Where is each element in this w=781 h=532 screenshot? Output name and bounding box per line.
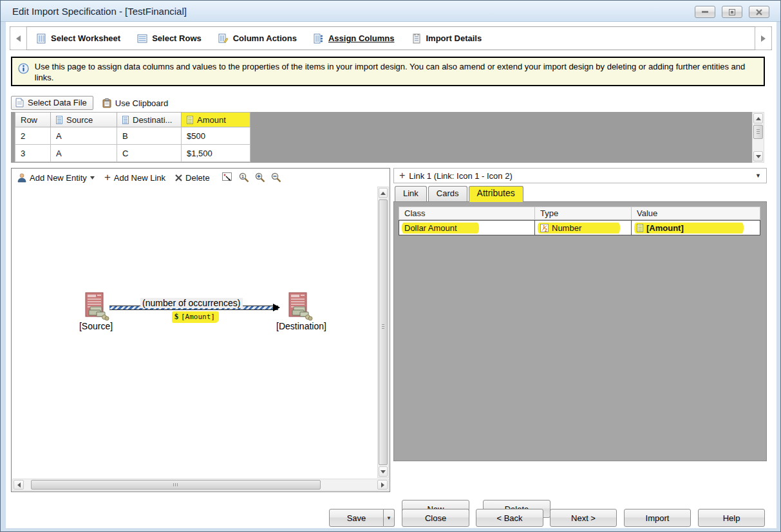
person-icon [17,173,26,183]
column-header-label: Row [21,115,37,125]
scroll-tabs-right-button[interactable] [755,26,772,50]
canvas-scrollbar-horizontal[interactable] [12,479,389,491]
attr-cell-class[interactable]: Dollar Amount [399,220,535,235]
column-header-amount-highlighted[interactable]: Amount [182,112,250,127]
tab-column-actions[interactable]: Column Actions [218,33,297,44]
zoom-out-icon[interactable] [271,172,282,183]
close-icon [756,9,762,15]
column-header-source[interactable]: Source [51,112,117,127]
fit-to-window-icon[interactable] [222,172,234,183]
maximize-icon [729,9,735,15]
design-canvas[interactable] [12,187,377,478]
column-icon [122,116,129,124]
destination-entity-label: [Destination] [269,321,334,331]
data-preview-table: Row Source Destinati... Amount 2 A B $50… [11,112,764,163]
svg-text:2: 2 [545,227,547,232]
column-header-destination[interactable]: Destinati... [117,112,182,127]
delete-x-icon [175,174,182,181]
attr-column-header-class[interactable]: Class [399,206,535,220]
close-button[interactable] [749,6,769,18]
scroll-thumb[interactable] [379,199,388,465]
edit-import-specification-dialog: Edit Import Specification - [TestFinanci… [0,0,781,532]
canvas-scrollbar-vertical[interactable] [377,187,389,478]
scroll-tabs-left-button[interactable] [10,26,27,50]
help-button[interactable]: Help [698,509,765,527]
maximize-button[interactable] [722,6,742,18]
source-entity-icon[interactable] [81,291,111,321]
select-data-file-button[interactable]: Select Data File [11,96,93,110]
tab-select-worksheet[interactable]: Select Worksheet [36,33,120,44]
design-toolbar: Add New Entity + Add New Link Delete 1 [12,169,390,187]
tab-select-rows[interactable]: Select Rows [137,33,202,44]
attr-column-header-value[interactable]: Value [632,206,760,220]
dollar-icon: $ [174,312,178,322]
tab-link[interactable]: Link [395,186,427,202]
minimize-button[interactable] [695,6,715,18]
scroll-up-button[interactable] [753,113,763,124]
arrow-down-icon [381,470,386,473]
chevron-down-icon [90,176,95,179]
info-icon [18,63,29,74]
tab-attributes-highlighted[interactable]: Attributes [469,186,523,202]
add-new-link-label: Add New Link [114,173,165,183]
column-header-label: Source [66,115,93,125]
tab-label: Import Details [426,33,482,43]
link-attribute-highlighted[interactable]: $ [Amount] [172,311,219,323]
scroll-left-button[interactable] [14,480,24,490]
tab-import-details[interactable]: Import Details [411,33,482,44]
tab-assign-columns[interactable]: Assign Columns [314,33,395,44]
chevron-left-icon [16,35,21,42]
scroll-down-button[interactable] [379,466,388,477]
table-scrollbar-vertical[interactable] [752,112,764,163]
next-button[interactable]: Next > [550,509,617,527]
attr-cell-value[interactable]: [Amount] [632,220,760,235]
data-file-icon [15,98,24,107]
clipboard-icon [102,98,111,108]
info-banner-text: Use this page to assign data columns and… [35,61,758,85]
add-new-link-button[interactable]: + Add New Link [104,173,165,183]
scroll-down-button[interactable] [753,151,763,161]
link-label[interactable]: (number of occurrences) [140,298,243,308]
zoom-in-icon[interactable] [255,172,266,183]
select-data-file-label: Select Data File [28,98,87,107]
title-bar: Edit Import Specification - [TestFinanci… [1,1,781,22]
scroll-thumb[interactable] [31,480,321,490]
column-header-row[interactable]: Row [15,112,51,127]
arrow-up-icon [756,117,761,120]
delete-button[interactable]: Delete [175,173,210,183]
back-button[interactable]: < Back [476,509,543,527]
minimize-icon [702,10,708,14]
column-actions-icon [218,33,229,44]
save-button[interactable]: Save [329,509,384,527]
tab-cards[interactable]: Cards [428,186,467,202]
scroll-thumb[interactable] [753,125,763,139]
save-dropdown-button[interactable]: ▼ [384,509,395,527]
attr-value-value: [Amount] [646,223,684,233]
info-banner: Use this page to assign data columns and… [11,57,765,86]
import-design-pane: Add New Entity + Add New Link Delete 1 [11,168,390,492]
link-plus-icon: + [399,172,405,179]
item-selector-dropdown[interactable]: + Link 1 (Link: Icon 1 - Icon 2) ▼ [393,168,767,183]
use-clipboard-button[interactable]: Use Clipboard [100,97,171,109]
column-icon [56,116,62,124]
zoom-actual-size-icon[interactable]: 1 [239,172,250,183]
import-button[interactable]: Import [624,509,691,527]
arrow-up-icon [381,192,386,195]
column-icon [637,224,643,232]
cell-source: A [51,145,117,162]
column-header-label: Destinati... [133,115,172,125]
attr-cell-type[interactable]: 12 Number [535,220,632,235]
column-header-label: Amount [197,115,226,125]
destination-entity-icon[interactable] [285,291,314,321]
link-arrowhead-icon [273,304,280,311]
properties-pane: + Link 1 (Link: Icon 1 - Icon 2) ▼ Link … [393,168,767,492]
worksheet-icon [36,33,46,44]
plus-icon: + [104,173,111,182]
scroll-up-button[interactable] [379,188,388,198]
scroll-right-button[interactable] [377,480,388,490]
add-new-entity-button[interactable]: Add New Entity [17,173,95,183]
attr-column-header-type[interactable]: Type [535,206,632,220]
source-entity-label: [Source] [68,321,124,331]
number-type-icon: 12 [540,224,549,232]
close-dialog-button[interactable]: Close [402,509,469,527]
